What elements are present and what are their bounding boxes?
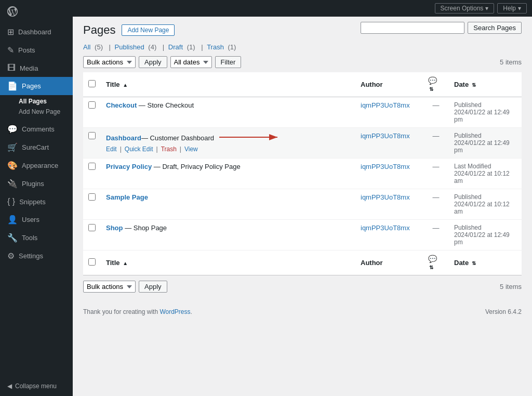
date-column-header[interactable]: Date ⇅ xyxy=(449,72,522,97)
bulk-actions-select-top[interactable]: Bulk actions xyxy=(83,56,136,68)
page-title-link-3[interactable]: Privacy Policy xyxy=(106,163,152,170)
date-footer-label: Date xyxy=(454,259,469,267)
search-pages-input[interactable] xyxy=(361,22,464,34)
page-title-link-5[interactable]: Shop xyxy=(106,224,123,232)
search-pages-button[interactable]: Search Pages xyxy=(468,22,522,34)
sidebar-item-label: Snippets xyxy=(19,198,46,206)
date-value-2: 2024/01/22 at 12:49 pm xyxy=(454,139,516,154)
comments-cell-1: — xyxy=(423,97,449,128)
sidebar-item-posts[interactable]: ✎ Posts xyxy=(0,41,73,59)
sidebar-item-tools[interactable]: 🔧 Tools xyxy=(0,229,73,247)
page-title-link-4[interactable]: Sample Page xyxy=(106,193,148,201)
add-new-page-subitem[interactable]: Add New Page xyxy=(19,107,73,117)
title-column-footer[interactable]: Title ▲ xyxy=(101,250,355,275)
add-new-page-button[interactable]: Add New Page xyxy=(122,24,175,36)
pages-subnav: All Pages Add New Page xyxy=(0,95,73,120)
author-cell-5: iqmPP3UoT8mx xyxy=(355,220,423,250)
date-sort-icon: ⇅ xyxy=(472,82,476,88)
author-link-3[interactable]: iqmPP3UoT8mx xyxy=(361,163,410,170)
sidebar-item-label: Pages xyxy=(22,82,41,90)
page-desc-2: — Customer Dashboard xyxy=(141,134,214,142)
sidebar-item-label: Comments xyxy=(22,125,55,133)
table-footer-row: Title ▲ Author 💬 ⇅ Date ⇅ xyxy=(83,250,522,275)
row-checkbox-3[interactable] xyxy=(88,163,96,170)
row-checkbox-5[interactable] xyxy=(88,224,96,231)
row-checkbox-1[interactable] xyxy=(88,101,96,109)
sep1: | xyxy=(109,43,113,51)
title-cell-5: Shop — Shop Page xyxy=(101,220,355,250)
author-link-2[interactable]: iqmPP3UoT8mx xyxy=(361,132,410,140)
arrow-annotation xyxy=(219,132,282,144)
comment-dash-1: — xyxy=(433,101,440,109)
sidebar-item-appearance[interactable]: 🎨 Appearance xyxy=(0,156,73,175)
apply-button-top[interactable]: Apply xyxy=(139,56,167,68)
snippets-icon: { } xyxy=(7,197,15,206)
row-checkbox-cell-3[interactable] xyxy=(83,159,101,189)
comments-column-footer[interactable]: 💬 ⇅ xyxy=(423,250,449,275)
page-title-link-2[interactable]: Dashboard xyxy=(106,134,141,142)
table-row: Sample Page iqmPP3UoT8mx — Published 202… xyxy=(83,189,522,220)
plugins-icon: 🔌 xyxy=(7,179,18,189)
sidebar-item-comments[interactable]: 💬 Comments xyxy=(0,120,73,138)
comments-footer-sort-icon: ⇅ xyxy=(429,265,433,270)
footer-text: Thank you for creating with xyxy=(83,308,159,315)
select-all-checkbox[interactable] xyxy=(88,80,96,87)
select-all-checkbox-header[interactable] xyxy=(83,72,101,97)
sidebar-item-snippets[interactable]: { } Snippets xyxy=(0,193,73,210)
row-checkbox-cell-5[interactable] xyxy=(83,220,101,250)
sidebar-item-media[interactable]: 🎞 Media xyxy=(0,59,73,77)
sidebar-item-dashboard[interactable]: ⊞ Dashboard xyxy=(0,23,73,41)
title-column-header[interactable]: Title ▲ xyxy=(101,72,355,97)
row-checkbox-cell-4[interactable] xyxy=(83,189,101,220)
row-checkbox-2[interactable] xyxy=(88,132,96,139)
wordpress-link[interactable]: WordPress xyxy=(159,308,190,315)
sidebar-item-users[interactable]: 👤 Users xyxy=(0,210,73,229)
filter-button[interactable]: Filter xyxy=(215,56,242,68)
filter-all-link[interactable]: All xyxy=(83,43,90,51)
filter-draft-link[interactable]: Draft xyxy=(168,43,183,51)
author-link-5[interactable]: iqmPP3UoT8mx xyxy=(361,224,410,232)
page-title-link-1[interactable]: Checkout xyxy=(106,101,137,109)
sidebar-item-plugins[interactable]: 🔌 Plugins xyxy=(0,175,73,193)
view-link-2[interactable]: View xyxy=(184,146,198,153)
row-checkbox-cell-2[interactable] xyxy=(83,128,101,159)
title-cell-4: Sample Page xyxy=(101,189,355,220)
page-title: Pages xyxy=(83,23,115,37)
select-all-checkbox-footer[interactable] xyxy=(83,250,101,275)
apply-button-bottom[interactable]: Apply xyxy=(139,281,167,293)
all-pages-subitem[interactable]: All Pages xyxy=(19,96,73,107)
sidebar: ⊞ Dashboard ✎ Posts 🎞 Media 📄 Pages All … xyxy=(0,0,73,396)
comments-column-header[interactable]: 💬 ⇅ xyxy=(423,72,449,97)
row-checkbox-cell-1[interactable] xyxy=(83,97,101,128)
filter-published-link[interactable]: Published xyxy=(115,43,144,51)
edit-link-2[interactable]: Edit xyxy=(106,146,117,153)
posts-icon: ✎ xyxy=(7,45,14,55)
help-button[interactable]: Help ▾ xyxy=(497,3,527,14)
screen-options-button[interactable]: Screen Options ▾ xyxy=(435,3,495,14)
sidebar-item-surecart[interactable]: 🛒 SureCart xyxy=(0,138,73,156)
table-body: Checkout — Store Checkout iqmPP3UoT8mx —… xyxy=(83,97,522,250)
sidebar-item-label: SureCart xyxy=(22,143,49,151)
author-link-4[interactable]: iqmPP3UoT8mx xyxy=(361,193,410,201)
topbar: Screen Options ▾ Help ▾ xyxy=(73,0,532,17)
row-checkbox-4[interactable] xyxy=(88,193,96,201)
content-area: Pages Add New Page Search Pages All (5) … xyxy=(73,17,532,396)
sidebar-item-label: Plugins xyxy=(22,180,44,188)
date-header-label: Date xyxy=(454,81,469,88)
sidebar-item-settings[interactable]: ⚙ Settings xyxy=(0,247,73,265)
author-link-1[interactable]: iqmPP3UoT8mx xyxy=(361,101,410,109)
table-row: Dashboard — Customer Dashboard xyxy=(83,128,522,159)
dates-filter-select[interactable]: All dates xyxy=(170,56,212,68)
filter-trash-link[interactable]: Trash xyxy=(207,43,224,51)
quick-edit-link-2[interactable]: Quick Edit xyxy=(125,146,153,153)
select-all-checkbox-bottom[interactable] xyxy=(88,258,96,266)
bulk-actions-select-bottom[interactable]: Bulk actions xyxy=(83,281,136,293)
sidebar-item-label: Tools xyxy=(22,234,37,242)
sidebar-item-pages[interactable]: 📄 Pages xyxy=(0,77,73,95)
date-cell-4: Published 2024/01/22 at 10:12 am xyxy=(449,189,522,220)
trash-link-2[interactable]: Trash xyxy=(161,146,177,153)
page-header: Pages Add New Page Search Pages xyxy=(83,22,522,38)
date-column-footer[interactable]: Date ⇅ xyxy=(449,250,522,275)
author-column-header: Author xyxy=(355,72,423,97)
collapse-menu-button[interactable]: ◀ Collapse menu xyxy=(0,376,73,396)
